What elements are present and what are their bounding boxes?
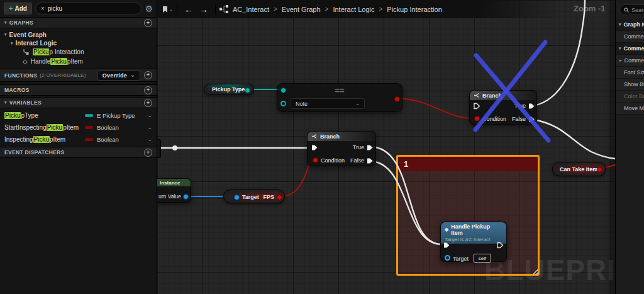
bool-output-pin[interactable] <box>277 195 282 200</box>
node-fps-pure[interactable]: Target FPS <box>223 189 285 203</box>
exec-output-pin[interactable] <box>497 242 504 249</box>
add-variable-button[interactable]: + <box>144 99 152 107</box>
breadcrumb-separator: > <box>325 6 329 13</box>
tree-label: HandlePickupItem <box>31 58 83 65</box>
object-output-pin[interactable] <box>183 194 189 200</box>
row-label: Font Size <box>624 69 644 76</box>
bool-output-pin[interactable] <box>597 167 602 172</box>
details-property-row[interactable]: Show Bu <box>616 79 644 91</box>
collapse-arrow-icon[interactable]: ▾ <box>11 41 13 46</box>
tree-item-pickup-interaction[interactable]: Pickup Interaction <box>0 47 157 57</box>
variable-row-inspecting[interactable]: InspectingPickupItem Boolean ⌄ <box>0 133 157 145</box>
collapse-arrow-icon[interactable]: ▾ <box>4 32 7 37</box>
chevron-down-icon[interactable]: ⌄ <box>145 113 152 118</box>
section-event-dispatchers[interactable]: EVENT DISPATCHERS + <box>0 147 157 158</box>
add-button[interactable]: + Add <box>4 3 32 14</box>
enum-input-pin-a[interactable] <box>280 88 286 93</box>
exec-input-pin[interactable] <box>443 242 450 249</box>
tree-item-event-graph[interactable]: ▾ Event Graph <box>0 30 157 39</box>
details-category-row[interactable]: ▾ Graph No <box>616 19 644 31</box>
chevron-down-icon[interactable]: ⌄ <box>145 137 152 142</box>
details-search-box[interactable]: Search <box>619 4 644 15</box>
exec-input-pin[interactable] <box>311 144 318 151</box>
node-handle-pickup-item[interactable]: ◆Handle Pickup Item Target is AC Interac… <box>440 222 507 262</box>
details-property-row[interactable]: ▸ Commen <box>616 55 644 67</box>
my-blueprint-panel: + Add × ⚙ ▾ GRAPHS + ▾ Event Graph ▾ Int… <box>0 0 157 294</box>
bool-output-pin[interactable] <box>394 96 400 102</box>
exec-true-pin[interactable] <box>367 144 374 151</box>
target-pin[interactable] <box>234 195 240 200</box>
add-event-dispatcher-button[interactable]: + <box>144 149 152 157</box>
collapse-arrow-icon[interactable]: ▾ <box>4 100 7 105</box>
add-function-button[interactable]: + <box>144 71 152 79</box>
enum-output-pin[interactable] <box>245 88 250 93</box>
node-branch-crossed[interactable]: Branch Condition True False <box>469 90 537 125</box>
node-header: Branch <box>470 91 536 100</box>
condition-pin[interactable] <box>313 157 318 163</box>
reroute-node[interactable] <box>172 145 177 150</box>
breadcrumb-separator: > <box>274 6 277 13</box>
node-get-game-instance[interactable]: Instance urn Value <box>157 178 191 203</box>
collapse-arrow-icon[interactable]: ▾ <box>4 20 7 25</box>
function-diamond-icon: ◆ <box>445 227 448 232</box>
back-button[interactable]: ← <box>184 4 193 14</box>
graphs-header: GRAPHS <box>9 20 33 26</box>
breadcrumb-interact-logic[interactable]: Interact Logic <box>333 6 374 13</box>
section-variables[interactable]: ▾ VARIABLES + <box>0 97 157 108</box>
chevron-down-icon[interactable]: ⌄ <box>145 125 152 130</box>
forward-button[interactable]: → <box>199 4 208 14</box>
override-dropdown[interactable]: Override ⌄ <box>97 71 140 81</box>
gear-icon[interactable]: ⚙ <box>145 4 153 13</box>
breadcrumb-pickup-interaction[interactable]: Pickup Interaction <box>387 6 441 13</box>
details-property-row[interactable]: Commen <box>616 31 644 43</box>
tree-item-interact-logic[interactable]: ▾ Interact Logic <box>0 39 157 47</box>
variables-list: PickupType E Pickup Type ⌄ StartInspecti… <box>0 110 157 145</box>
exec-false-pin[interactable] <box>367 157 374 164</box>
expand-arrow-icon[interactable]: ▸ <box>619 58 622 63</box>
chevron-down-icon: ⌄ <box>130 72 135 78</box>
tree-item-handle-pickup-item[interactable]: ◇ HandlePickupItem <box>0 57 157 66</box>
node-branch-main[interactable]: Branch Condition True False <box>307 131 376 166</box>
enum-value-dropdown[interactable]: Note ⌄ <box>291 98 365 109</box>
node-equal-enum[interactable]: == Note ⌄ <box>277 83 402 112</box>
target-label: Target <box>242 195 259 200</box>
toolbar-separator <box>215 4 216 15</box>
details-property-row[interactable]: Font Size <box>616 67 644 79</box>
row-label: Graph No <box>624 21 644 28</box>
bool-type-pill-icon <box>85 138 93 141</box>
details-category-row[interactable]: ▾ Commen <box>616 43 644 55</box>
collapse-arrow-icon[interactable]: ▾ <box>619 22 621 27</box>
variable-name: StartInspectingPickupItem <box>4 124 85 131</box>
target-self-box[interactable]: self <box>474 254 491 263</box>
clear-search-icon[interactable]: × <box>41 6 45 12</box>
enum-input-pin-b[interactable] <box>280 101 286 106</box>
collapse-arrow-icon[interactable]: ▾ <box>619 46 621 51</box>
condition-pin[interactable] <box>474 116 480 122</box>
search-input[interactable] <box>48 5 136 12</box>
variable-type: E Pickup Type <box>97 112 145 119</box>
clipped-node[interactable] <box>157 139 161 158</box>
node-pickup-type-getter[interactable]: Pickup Type <box>204 84 254 95</box>
target-pin[interactable] <box>445 255 450 261</box>
section-macros[interactable]: MACROS + <box>0 84 157 96</box>
variable-row-start-inspecting[interactable]: StartInspectingPickupItem Boolean ⌄ <box>0 122 157 133</box>
search-box[interactable]: × <box>35 3 142 14</box>
breadcrumb-ac-interact[interactable]: AC_Interact <box>233 6 269 13</box>
breadcrumb-event-graph[interactable]: Event Graph <box>282 6 321 13</box>
variable-row-pickup-type[interactable]: PickupType E Pickup Type ⌄ <box>0 110 157 122</box>
node-can-take-item-getter[interactable]: Can Take Item <box>552 162 606 176</box>
bookmarks-button[interactable]: ⌄ <box>162 6 173 13</box>
details-property-row[interactable]: Move M <box>616 103 644 115</box>
target-label: Target <box>453 256 469 262</box>
section-graphs[interactable]: ▾ GRAPHS + <box>0 17 157 28</box>
exec-true-pin[interactable] <box>528 103 535 110</box>
graph-viewport[interactable]: BLUEPRINT Zoom -1 1 Picku <box>157 0 615 294</box>
exec-false-pin[interactable] <box>528 116 535 123</box>
toolbar-separator <box>177 4 177 15</box>
section-functions[interactable]: FUNCTIONS (2 OVERRIDABLE) Override ⌄ + <box>0 69 157 82</box>
wire-exec-true <box>371 147 441 244</box>
add-macro-button[interactable]: + <box>144 86 152 94</box>
add-graph-button[interactable]: + <box>144 19 152 27</box>
node-header: Instance <box>157 179 191 186</box>
exec-input-pin[interactable] <box>474 103 480 110</box>
